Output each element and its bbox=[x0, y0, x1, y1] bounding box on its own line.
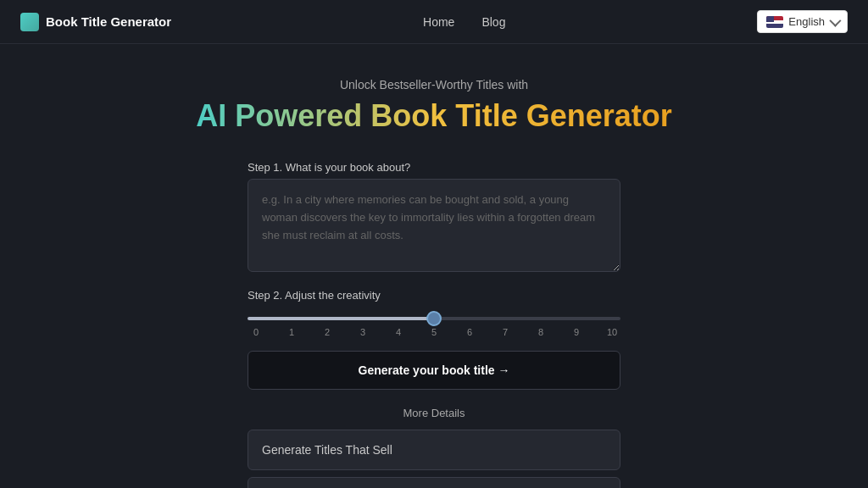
step2-section: Step 2. Adjust the creativity 0 1 2 3 4 … bbox=[248, 289, 620, 337]
tick-1: 1 bbox=[283, 327, 300, 337]
nav-home[interactable]: Home bbox=[423, 15, 454, 29]
chevron-down-icon bbox=[829, 14, 841, 26]
brand-icon bbox=[20, 13, 39, 31]
language-selector[interactable]: English bbox=[757, 10, 848, 33]
creativity-slider[interactable] bbox=[248, 317, 620, 320]
hero-title: AI Powered Book Title Generator bbox=[196, 98, 671, 134]
slider-ticks: 0 1 2 3 4 5 6 7 8 9 10 bbox=[248, 327, 620, 337]
accordion-item-0[interactable]: Generate Titles That Sell bbox=[248, 430, 620, 470]
flag-icon bbox=[766, 16, 783, 28]
hero-subtitle: Unlock Bestseller-Worthy Titles with bbox=[340, 78, 528, 92]
step1-label: Step 1. What is your book about? bbox=[248, 161, 620, 174]
tick-10: 10 bbox=[604, 327, 620, 337]
nav-links: Home Blog bbox=[423, 15, 505, 29]
generate-button[interactable]: Generate your book title → bbox=[248, 351, 620, 390]
tick-8: 8 bbox=[532, 327, 549, 337]
form-container: Step 1. What is your book about? Step 2.… bbox=[248, 161, 620, 390]
language-label: English bbox=[788, 15, 825, 28]
brand: Book Title Generator bbox=[20, 13, 171, 31]
more-details-label: More Details bbox=[403, 407, 465, 419]
tick-2: 2 bbox=[319, 327, 336, 337]
brand-name: Book Title Generator bbox=[46, 14, 171, 29]
main-content: Unlock Bestseller-Worthy Titles with AI … bbox=[0, 44, 868, 488]
more-details-section: More Details Generate Titles That Sell D… bbox=[17, 407, 851, 488]
step1-section: Step 1. What is your book about? bbox=[248, 161, 620, 275]
book-description-input[interactable] bbox=[248, 179, 620, 272]
accordion-item-1[interactable]: Data-Driven Insights for Bestseller-Qual… bbox=[248, 477, 620, 488]
slider-wrapper: 0 1 2 3 4 5 6 7 8 9 10 bbox=[248, 308, 620, 337]
tick-4: 4 bbox=[390, 327, 407, 337]
accordion-title-0: Generate Titles That Sell bbox=[262, 443, 392, 457]
tick-7: 7 bbox=[497, 327, 514, 337]
step2-label: Step 2. Adjust the creativity bbox=[248, 289, 620, 302]
tick-9: 9 bbox=[568, 327, 585, 337]
nav-blog[interactable]: Blog bbox=[481, 15, 505, 29]
tick-6: 6 bbox=[461, 327, 478, 337]
tick-5: 5 bbox=[426, 327, 442, 337]
navbar: Book Title Generator Home Blog English bbox=[0, 0, 868, 44]
tick-3: 3 bbox=[354, 327, 371, 337]
tick-0: 0 bbox=[248, 327, 264, 337]
